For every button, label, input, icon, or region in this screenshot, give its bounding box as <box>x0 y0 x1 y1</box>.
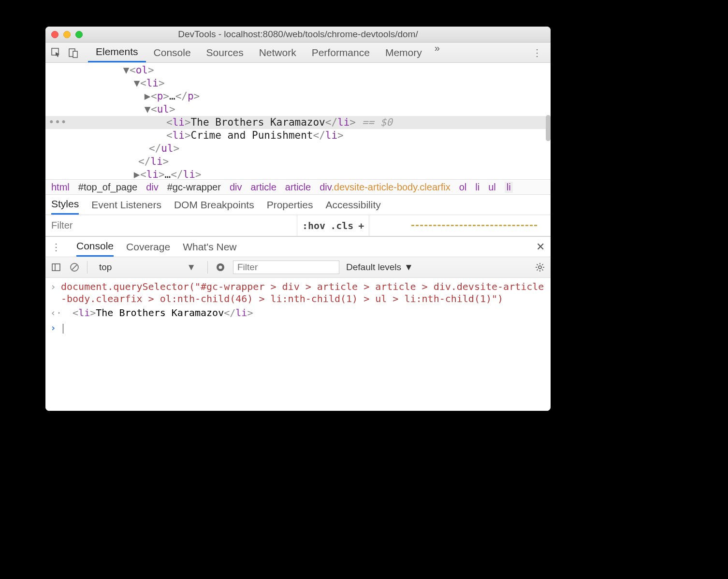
drawer-menu-icon[interactable]: ⋮ <box>51 241 61 253</box>
scrollbar-thumb[interactable] <box>546 115 551 141</box>
close-button[interactable] <box>51 31 58 38</box>
breadcrumb-item[interactable]: li <box>505 182 513 193</box>
dom-tree-node[interactable]: <li>Crime and Punishment</li> <box>45 129 551 142</box>
svg-line-15 <box>542 269 543 270</box>
dom-tree-node[interactable]: </li> <box>45 155 551 168</box>
svg-point-8 <box>219 266 222 269</box>
levels-label: Default levels <box>346 262 401 273</box>
breadcrumb-item[interactable]: #gc-wrapper <box>167 182 221 193</box>
dropdown-icon: ▼ <box>187 262 196 273</box>
svg-line-14 <box>537 264 538 265</box>
separator <box>207 261 208 274</box>
breadcrumb-item[interactable]: ol <box>459 182 467 193</box>
console-output[interactable]: <li>The Brothers Karamazov</li> <box>61 307 546 319</box>
cls-toggle[interactable]: .cls <box>330 220 353 232</box>
context-label: top <box>99 262 112 273</box>
breadcrumb-item[interactable]: div <box>146 182 159 193</box>
device-toolbar-icon[interactable] <box>68 47 79 58</box>
console-command: document.querySelector("#gc-wrapper > di… <box>61 281 546 305</box>
drawer-tab-console[interactable]: Console <box>76 237 114 257</box>
styles-toggles: :hov .cls + <box>297 215 369 236</box>
breadcrumb-item[interactable]: article <box>285 182 311 193</box>
breadcrumb-item[interactable]: div.devsite-article-body.clearfix <box>320 182 450 193</box>
console-settings-icon[interactable] <box>534 261 546 273</box>
close-drawer-icon[interactable]: ✕ <box>536 241 545 253</box>
tab-network[interactable]: Network <box>251 43 304 62</box>
tab-sources[interactable]: Sources <box>199 43 251 62</box>
window-title: DevTools - localhost:8080/web/tools/chro… <box>45 29 551 40</box>
svg-rect-2 <box>73 51 77 58</box>
drawer-tabs: ⋮ Console Coverage What's New ✕ <box>45 236 551 257</box>
subtab-event-listeners[interactable]: Event Listeners <box>91 199 161 211</box>
window-controls <box>51 31 83 38</box>
dropdown-icon: ▼ <box>404 262 413 273</box>
input-marker-icon: › <box>50 281 61 305</box>
log-levels-select[interactable]: Default levels ▼ <box>346 262 413 273</box>
main-tabs: Elements Console Sources Network Perform… <box>88 43 528 62</box>
tab-console[interactable]: Console <box>146 43 199 62</box>
breadcrumb-item[interactable]: li <box>475 182 480 193</box>
dom-tree-node[interactable]: ▼<ul> <box>45 103 551 116</box>
more-tabs-icon[interactable]: » <box>430 43 445 62</box>
console-toolbar: top ▼ Default levels ▼ <box>45 257 551 278</box>
svg-rect-3 <box>52 264 60 271</box>
live-expression-icon[interactable] <box>215 261 226 273</box>
console-prompt[interactable] <box>61 322 546 334</box>
drawer-tab-whats-new[interactable]: What's New <box>183 241 236 253</box>
breadcrumb-item[interactable]: article <box>250 182 276 193</box>
main-toolbar: Elements Console Sources Network Perform… <box>45 43 551 63</box>
dom-breadcrumbs: html#top_of_pagediv#gc-wrapperdivarticle… <box>45 179 551 195</box>
breadcrumb-item[interactable]: html <box>51 182 70 193</box>
console-sidebar-toggle-icon[interactable] <box>50 261 62 273</box>
new-style-rule-icon[interactable]: + <box>358 220 364 232</box>
elements-dom-tree[interactable]: ▼<ol>▼<li>▶<p>…</p>▼<ul>••• <li>The Brot… <box>45 63 551 179</box>
styles-filter-input[interactable] <box>45 215 297 236</box>
subtab-properties[interactable]: Properties <box>267 199 313 211</box>
console-output-row: ‹· <li>The Brothers Karamazov</li> <box>50 307 546 319</box>
maximize-button[interactable] <box>75 31 83 38</box>
breadcrumb-item[interactable]: #top_of_page <box>78 182 137 193</box>
output-marker-icon: ‹· <box>50 307 61 319</box>
console-body[interactable]: › document.querySelector("#gc-wrapper > … <box>45 278 551 411</box>
separator <box>87 261 87 274</box>
devtools-window: DevTools - localhost:8080/web/tools/chro… <box>45 27 551 411</box>
hov-toggle[interactable]: :hov <box>302 220 325 232</box>
elements-subtabs: Styles Event Listeners DOM Breakpoints P… <box>45 195 551 215</box>
tab-performance[interactable]: Performance <box>304 43 378 62</box>
dom-tree-node[interactable]: ▶<p>…</p> <box>45 90 551 103</box>
console-prompt-row[interactable]: › <box>50 322 546 334</box>
dom-tree-node[interactable]: ▼<ol> <box>45 64 551 77</box>
dom-tree-node[interactable]: ▼<li> <box>45 77 551 90</box>
drawer-tab-coverage[interactable]: Coverage <box>126 241 170 253</box>
dom-tree-node[interactable]: </ul> <box>45 142 551 155</box>
execution-context-select[interactable]: top ▼ <box>94 260 201 275</box>
breadcrumb-item[interactable]: div <box>230 182 242 193</box>
inspect-element-icon[interactable] <box>50 47 62 58</box>
tab-memory[interactable]: Memory <box>378 43 430 62</box>
styles-bar: :hov .cls + <box>45 215 551 236</box>
prompt-marker-icon: › <box>50 322 61 334</box>
svg-point-9 <box>539 266 541 269</box>
settings-menu-icon[interactable]: ⋮ <box>528 47 546 58</box>
svg-line-17 <box>542 264 543 265</box>
dom-tree-node[interactable]: ••• <li>The Brothers Karamazov</li> == $… <box>45 116 551 129</box>
tab-elements[interactable]: Elements <box>88 43 146 62</box>
clear-console-icon[interactable] <box>69 261 80 273</box>
svg-line-6 <box>72 265 77 270</box>
svg-line-16 <box>537 269 538 270</box>
subtab-dom-breakpoints[interactable]: DOM Breakpoints <box>174 199 254 211</box>
console-input-row: › document.querySelector("#gc-wrapper > … <box>50 281 546 305</box>
window-titlebar: DevTools - localhost:8080/web/tools/chro… <box>45 27 551 43</box>
subtab-accessibility[interactable]: Accessibility <box>325 199 380 211</box>
minimize-button[interactable] <box>63 31 71 38</box>
dom-tree-node[interactable]: ▶<li>…</li> <box>45 168 551 179</box>
console-filter-input[interactable] <box>233 261 339 274</box>
subtab-styles[interactable]: Styles <box>51 195 79 215</box>
box-model-hint <box>411 225 537 226</box>
breadcrumb-item[interactable]: ul <box>488 182 496 193</box>
